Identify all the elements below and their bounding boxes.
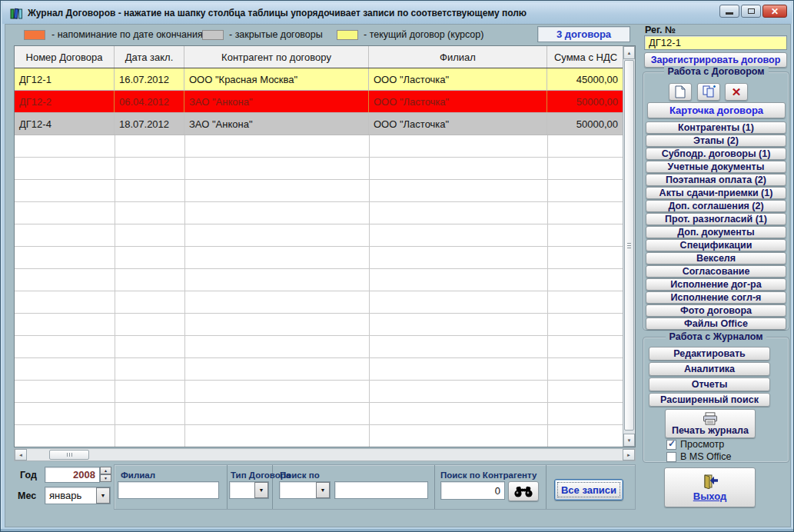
copy-contract-button[interactable] — [697, 83, 720, 101]
exit-door-icon — [702, 474, 719, 489]
bills-button[interactable]: Векселя — [646, 252, 786, 264]
checkbox-box-icon — [666, 452, 676, 462]
column-header-sum[interactable]: Сумма с НДС — [547, 46, 624, 68]
legend-label-closed: - закрытые договоры — [229, 29, 323, 40]
journal-group-title: Работа с Журналом — [666, 331, 767, 342]
all-records-button[interactable]: Все записи — [554, 479, 623, 500]
window-title: Журнал Договоров - нажатие на шапку стол… — [28, 8, 527, 18]
specifications-button[interactable]: Спецификации — [646, 239, 786, 251]
branch-input[interactable] — [118, 481, 219, 499]
copy-icon — [703, 85, 716, 98]
year-spin-down-button[interactable]: ▼ — [100, 474, 111, 482]
cell-branch: ООО "Ласточка" — [369, 68, 547, 90]
maximize-button[interactable] — [741, 5, 761, 18]
edit-button[interactable]: Редактировать — [649, 347, 770, 361]
minimize-button[interactable] — [719, 5, 739, 18]
column-header-date[interactable]: Дата закл. — [115, 46, 184, 68]
scroll-up-button[interactable]: ▲ — [623, 46, 635, 59]
office-files-button[interactable]: Файлы Office — [646, 318, 786, 330]
preview-checkbox[interactable]: Просмотр — [666, 439, 724, 450]
app-window: Журнал Договоров - нажатие на шапку стол… — [0, 0, 794, 532]
approval-button[interactable]: Согласование — [646, 265, 786, 278]
cell-number: ДГ12-1 — [15, 68, 115, 90]
cell-branch: ООО "Ласточка" — [369, 91, 547, 112]
cell-date: 06.04.2012 — [115, 91, 184, 112]
reg-number-input[interactable] — [644, 35, 787, 50]
cell-number: ДГ12-4 — [15, 113, 115, 135]
year-spin-up-button[interactable]: ▲ — [100, 467, 111, 474]
month-dropdown-arrow-icon[interactable]: ▼ — [96, 487, 110, 504]
contracts-count-badge: 3 договора — [537, 26, 630, 42]
title-bar: Журнал Договоров - нажатие на шапку стол… — [2, 2, 792, 24]
cell-number: ДГ12-2 — [15, 91, 115, 112]
column-header-number[interactable]: Номер Договора — [15, 46, 115, 68]
cell-counterparty: ЗАО "Анкона" — [184, 91, 369, 112]
counterparties-button[interactable]: Контрагенты (1) — [646, 121, 786, 134]
counterparty-search-input[interactable] — [440, 481, 505, 500]
delete-x-icon: ✕ — [732, 85, 742, 99]
year-spinner-input[interactable] — [45, 467, 100, 483]
table-row[interactable]: ДГ12-1 16.07.2012 ООО "Красная Москва" О… — [15, 68, 635, 91]
vertical-scroll-thumb[interactable] — [624, 60, 634, 431]
focus-rect — [557, 482, 620, 497]
addendums-button[interactable]: Доп. соглашения (2) — [646, 200, 786, 212]
legend-swatch-closed — [202, 30, 224, 40]
contract-photo-button[interactable]: Фото договора — [646, 304, 786, 317]
scroll-left-button[interactable]: ◄ — [15, 449, 27, 461]
ms-office-checkbox-label: В MS Office — [680, 451, 731, 462]
table-row[interactable]: ДГ12-4 18.07.2012 ЗАО "Анкона" ООО "Ласт… — [15, 113, 635, 135]
register-contract-button[interactable]: Зарегистрировать договор — [644, 52, 787, 68]
print-journal-label: Печать журнала — [672, 425, 749, 436]
analytics-button[interactable]: Аналитика — [649, 362, 770, 376]
ms-office-checkbox[interactable]: В MS Office — [666, 451, 731, 462]
cell-date: 16.07.2012 — [115, 68, 184, 90]
contract-group-title: Работа с Договором — [663, 66, 768, 77]
horizontal-scroll-thumb[interactable] — [49, 450, 89, 460]
disagreement-protocols-button[interactable]: Прот. разногласий (1) — [646, 213, 786, 225]
exit-button[interactable]: Выход — [664, 467, 756, 507]
reg-number-label: Рег. № — [645, 25, 676, 35]
cell-sum: 50000,00 — [547, 91, 624, 112]
acceptance-acts-button[interactable]: Акты сдачи-приемки (1) — [646, 187, 786, 199]
print-journal-button[interactable]: Печать журнала — [665, 409, 756, 438]
counterparty-search-label: Поиск по Контрагенту — [440, 470, 537, 480]
accounting-docs-button[interactable]: Учетные документы — [646, 161, 786, 173]
table-row[interactable]: ДГ12-2 06.04.2012 ЗАО "Анкона" ООО "Ласт… — [15, 91, 635, 113]
cell-sum: 45000,00 — [547, 68, 624, 90]
contracts-table: Номер Договора Дата закл. Контрагент по … — [14, 45, 636, 447]
search-dropdown-arrow-icon[interactable]: ▼ — [316, 482, 330, 498]
type-dropdown-arrow-icon[interactable]: ▼ — [254, 482, 268, 498]
delete-contract-button[interactable]: ✕ — [725, 83, 748, 101]
books-icon — [10, 7, 23, 20]
legend-swatch-current — [337, 30, 358, 40]
search-input[interactable] — [334, 481, 428, 499]
advanced-search-button[interactable]: Расширенный поиск — [649, 393, 770, 407]
contract-execution-button[interactable]: Исполнение дог-ра — [646, 278, 786, 291]
legend-swatch-reminder — [24, 30, 45, 40]
table-header: Номер Договора Дата закл. Контрагент по … — [15, 46, 635, 68]
find-counterparty-button[interactable] — [508, 481, 539, 501]
close-button[interactable]: ✕ — [762, 5, 787, 18]
reports-button[interactable]: Отчеты — [649, 377, 770, 391]
agreement-execution-button[interactable]: Исполнение согл-я — [646, 291, 786, 304]
scroll-down-button[interactable]: ▼ — [623, 434, 635, 447]
subcontracts-button[interactable]: Субподр. договоры (1) — [646, 148, 786, 160]
branch-label: Филиал — [121, 470, 155, 480]
new-contract-button[interactable] — [669, 83, 692, 101]
month-label: Мес — [18, 490, 36, 501]
cell-counterparty: ЗАО "Анкона" — [184, 113, 369, 135]
additional-docs-button[interactable]: Доп. документы — [646, 226, 786, 238]
column-header-counterparty[interactable]: Контрагент по договору — [184, 46, 369, 68]
column-header-branch[interactable]: Филиал — [369, 46, 547, 68]
horizontal-scrollbar[interactable]: ◄ ► — [14, 448, 636, 461]
year-label: Год — [20, 470, 37, 480]
printer-icon — [702, 412, 719, 425]
scroll-right-button[interactable]: ► — [623, 449, 635, 461]
legend-label-reminder: - напоминание по дате окончания — [51, 29, 203, 40]
stages-button[interactable]: Этапы (2) — [646, 135, 786, 147]
vertical-scrollbar[interactable]: ▲ ▼ — [623, 46, 635, 447]
legend-label-current: - текущий договор (курсор) — [364, 29, 483, 40]
contract-card-button[interactable]: Карточка договора — [647, 102, 786, 118]
staged-payment-button[interactable]: Поэтапная оплата (2) — [646, 174, 786, 186]
divider — [546, 465, 546, 509]
